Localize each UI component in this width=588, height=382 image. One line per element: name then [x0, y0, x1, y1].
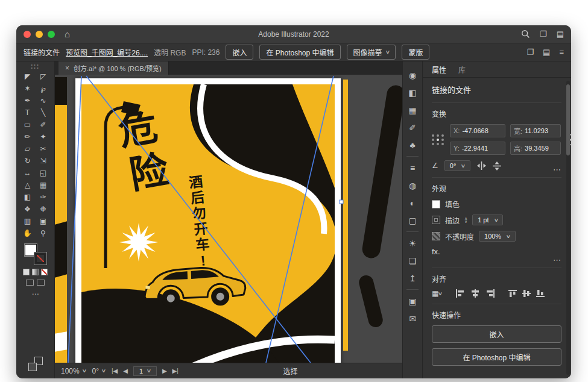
- linked-file-name[interactable]: 预览图_千图网_编号26....: [66, 47, 148, 57]
- mesh-tool[interactable]: ▦: [36, 179, 51, 191]
- brushes-panel-icon[interactable]: ✐: [403, 119, 422, 136]
- rotate-tool[interactable]: ↻: [20, 155, 36, 167]
- align-bottom-button[interactable]: [536, 289, 545, 298]
- toolbar-grip[interactable]: ••••••: [31, 63, 39, 69]
- search-icon[interactable]: [521, 30, 530, 39]
- align-left-button[interactable]: [455, 289, 465, 298]
- panel-scrollbar[interactable]: [566, 81, 570, 375]
- swatches-panel-icon[interactable]: ▦: [403, 101, 422, 119]
- stroke-swatch[interactable]: [34, 252, 46, 265]
- panel-scrollbar-thumb[interactable]: [566, 84, 570, 155]
- scissors-tool[interactable]: ✂: [36, 143, 51, 155]
- align-vertical-center-button[interactable]: [522, 289, 531, 298]
- zoom-level-select[interactable]: 100% ∨: [61, 367, 86, 375]
- snap-options-icon[interactable]: ▤: [543, 48, 550, 57]
- zoom-tool[interactable]: ⚲: [36, 227, 51, 239]
- symbol-sprayer-tool[interactable]: ❉: [36, 203, 51, 215]
- align-right-button[interactable]: [485, 289, 495, 298]
- comments-panel-icon[interactable]: ✉: [403, 310, 422, 327]
- magic-wand-tool[interactable]: ✶: [20, 83, 36, 95]
- stroke-panel-icon[interactable]: ≡: [403, 159, 422, 177]
- artwork-bleed-left[interactable]: [55, 77, 67, 363]
- edit-in-photoshop-button[interactable]: 在 Photoshop 中编辑: [259, 45, 340, 60]
- x-position-field[interactable]: X: -47.0668: [450, 124, 505, 137]
- selection-tool[interactable]: ◤: [20, 70, 36, 83]
- rotation-angle-select[interactable]: 0° ∨: [444, 160, 470, 171]
- paintbrush-tool[interactable]: ✐: [36, 119, 51, 131]
- gradient-panel-icon[interactable]: ◧: [403, 84, 422, 101]
- mask-button[interactable]: 蒙版: [402, 45, 429, 60]
- column-graph-tool[interactable]: ▥: [20, 215, 36, 227]
- perspective-grid-tool[interactable]: △: [20, 179, 36, 191]
- control-panel-menu-icon[interactable]: ≡: [559, 48, 564, 57]
- previous-artboard-button[interactable]: ◀: [123, 368, 128, 374]
- scale-tool[interactable]: ⇲: [36, 155, 51, 167]
- artboard-number-field[interactable]: 1 ∨: [133, 366, 157, 376]
- reference-point-locator[interactable]: [432, 134, 444, 145]
- free-transform-tool[interactable]: ◱: [36, 167, 51, 179]
- rotation-select[interactable]: 0° ∨: [92, 367, 106, 375]
- shaper-tool[interactable]: ✦: [36, 131, 51, 143]
- transform-more-options[interactable]: ⋯: [553, 165, 561, 174]
- eyedropper-tool[interactable]: ✑: [36, 191, 51, 203]
- home-icon[interactable]: ⌂: [65, 29, 70, 39]
- line-segment-tool[interactable]: ╲: [36, 107, 51, 119]
- opacity-select[interactable]: 100% ∨: [479, 231, 516, 242]
- fill-color-swatch[interactable]: [432, 200, 440, 208]
- curvature-tool[interactable]: ∿: [36, 95, 51, 107]
- blend-tool[interactable]: ❖: [20, 203, 36, 215]
- tab-properties[interactable]: 属性: [432, 64, 446, 75]
- draw-behind-button[interactable]: [37, 280, 45, 286]
- close-window-button[interactable]: [24, 31, 31, 38]
- symbols-panel-icon[interactable]: ♣: [403, 136, 422, 154]
- color-mode-button[interactable]: [23, 269, 30, 275]
- width-field[interactable]: 宽: 11.0293: [510, 124, 561, 137]
- draw-normal-button[interactable]: [26, 280, 34, 286]
- pencil-tool[interactable]: ✏: [20, 131, 36, 143]
- rectangle-tool[interactable]: ▭: [20, 119, 36, 131]
- quick-embed-button[interactable]: 嵌入: [432, 325, 561, 343]
- artboards-panel-icon[interactable]: ▣: [403, 292, 422, 310]
- poster-artwork[interactable]: 危 险 酒后勿开车!: [81, 84, 335, 363]
- tab-libraries[interactable]: 库: [458, 64, 466, 75]
- appearance-more-options[interactable]: ⋯: [553, 255, 561, 265]
- layers-panel-icon[interactable]: ❏: [403, 252, 422, 269]
- align-horizontal-center-button[interactable]: [470, 289, 480, 298]
- align-to-select[interactable]: ▦ ∨: [432, 289, 442, 298]
- height-field[interactable]: 高: 39.3459: [510, 142, 561, 155]
- gradient-tool[interactable]: ◧: [20, 191, 36, 203]
- embed-button[interactable]: 嵌入: [226, 45, 253, 60]
- transparency-panel-icon[interactable]: ◍: [403, 177, 422, 194]
- zoom-window-button[interactable]: [48, 31, 55, 38]
- artboard[interactable]: 危 险 酒后勿开车!: [75, 78, 341, 363]
- first-artboard-button[interactable]: |◀: [112, 368, 118, 374]
- stroke-weight-select[interactable]: 1 pt ∨: [472, 214, 503, 225]
- next-artboard-button[interactable]: ▶: [162, 368, 167, 374]
- last-artboard-button[interactable]: ▶|: [172, 368, 179, 374]
- arrange-documents-icon[interactable]: ❐: [540, 30, 547, 39]
- lasso-tool[interactable]: ℘: [36, 83, 51, 95]
- stroke-weight-stepper[interactable]: ∧∨: [464, 217, 467, 223]
- stroke-color-swatch[interactable]: [432, 216, 440, 224]
- flip-vertical-icon[interactable]: [493, 161, 501, 171]
- width-tool[interactable]: ↔: [20, 167, 36, 179]
- gradient-mode-button[interactable]: [32, 269, 39, 275]
- appearance-panel-icon[interactable]: ◐: [403, 194, 422, 211]
- eraser-tool[interactable]: ▱: [20, 143, 36, 155]
- arrange-artwork-icon[interactable]: ❐: [526, 48, 534, 57]
- none-mode-button[interactable]: [41, 269, 48, 275]
- color-panel-icon[interactable]: ◉: [403, 66, 422, 84]
- effects-fx-button[interactable]: fx.: [432, 247, 440, 256]
- quick-edit-in-photoshop-button[interactable]: 在 Photoshop 中编辑: [432, 348, 561, 366]
- hand-tool[interactable]: ✋: [20, 227, 36, 239]
- effects-panel-icon[interactable]: ☀: [403, 234, 422, 252]
- align-top-button[interactable]: [508, 289, 517, 298]
- document-tab[interactable]: × 创方.ai* @ 100 % (RGB/预览): [58, 61, 169, 75]
- artboard-tool[interactable]: ▣: [36, 215, 51, 227]
- flip-horizontal-icon[interactable]: [476, 161, 487, 170]
- close-document-icon[interactable]: ×: [65, 64, 69, 72]
- direct-selection-tool[interactable]: ◸: [36, 70, 51, 83]
- image-trace-button[interactable]: 图像描摹 ∨: [347, 45, 396, 60]
- workspace-switcher-icon[interactable]: ▤: [557, 30, 564, 39]
- type-tool[interactable]: T: [20, 107, 36, 119]
